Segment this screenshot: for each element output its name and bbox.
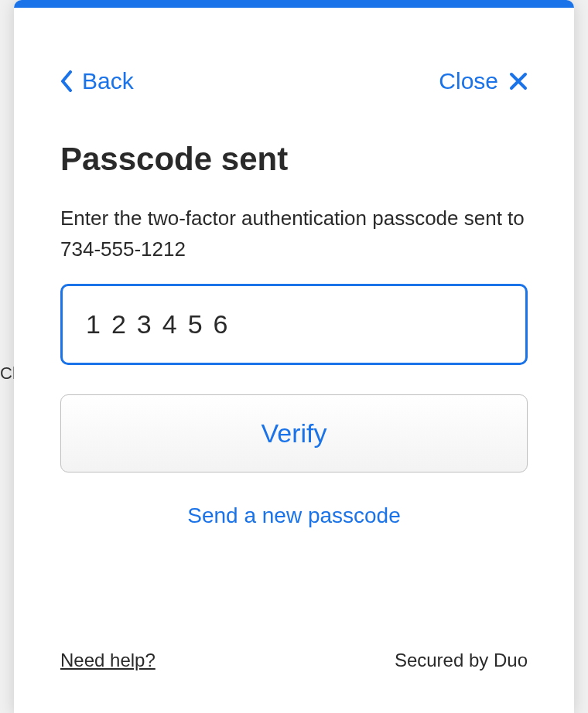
- close-label: Close: [439, 68, 498, 94]
- passcode-input[interactable]: [60, 284, 528, 365]
- auth-modal: Back Close Passcode sent Enter the two-f…: [14, 0, 574, 713]
- modal-content: Back Close Passcode sent Enter the two-f…: [14, 8, 574, 650]
- close-icon: [509, 72, 528, 90]
- modal-accent-bar: [14, 0, 574, 8]
- chevron-left-icon: [60, 70, 73, 92]
- send-new-passcode-link[interactable]: Send a new passcode: [60, 503, 528, 528]
- page-title: Passcode sent: [60, 141, 528, 178]
- secured-by-label: Secured by Duo: [395, 650, 528, 671]
- need-help-link[interactable]: Need help?: [60, 650, 156, 671]
- modal-footer: Need help? Secured by Duo: [14, 650, 574, 713]
- verify-button[interactable]: Verify: [60, 394, 528, 472]
- modal-header: Back Close: [60, 8, 528, 141]
- back-button[interactable]: Back: [60, 68, 134, 94]
- close-button[interactable]: Close: [439, 68, 528, 94]
- instruction-text: Enter the two-factor authentication pass…: [60, 203, 528, 265]
- back-label: Back: [82, 68, 134, 94]
